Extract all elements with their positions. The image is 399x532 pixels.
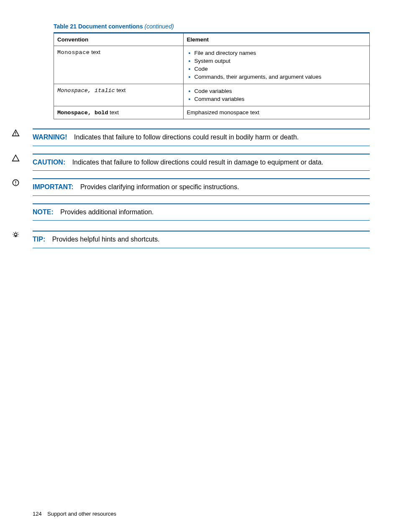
admonition-text: Provides clarifying information or speci… <box>80 183 239 190</box>
list-item: File and directory names <box>194 49 366 57</box>
mono-italic-text: Monospace, italic <box>57 87 115 94</box>
list-item: System output <box>194 57 366 65</box>
conventions-table: Convention Element Monospace text File a… <box>54 32 370 119</box>
admonition-label: CAUTION: <box>33 159 65 166</box>
admonition-tip: TIP: Provides helpful hints and shortcut… <box>12 227 370 252</box>
warning-triangle-icon <box>12 154 20 164</box>
cell-element: File and directory names System output C… <box>183 46 369 84</box>
svg-point-1 <box>15 134 16 135</box>
svg-line-7 <box>13 233 14 233</box>
cell-element: Code variables Command variables <box>183 84 369 106</box>
admonition-important: IMPORTANT: Provides clarifying informati… <box>12 175 370 200</box>
admonition-text: Provides helpful hints and shortcuts. <box>52 236 160 243</box>
col-header-element: Element <box>183 33 369 46</box>
admonition-label: TIP: <box>33 236 45 243</box>
cell-convention: Monospace, bold text <box>54 106 184 119</box>
cell-convention: Monospace, italic text <box>54 84 184 106</box>
circle-exclamation-icon <box>12 179 20 188</box>
svg-line-8 <box>18 233 18 233</box>
element-list: Code variables Command variables <box>187 87 366 103</box>
list-item: Command variables <box>194 95 366 103</box>
list-item: Commands, their arguments, and argument … <box>194 73 366 81</box>
svg-point-5 <box>14 233 17 236</box>
admonition-caution: CAUTION: Indicates that failure to follo… <box>12 150 370 175</box>
caption-suffix: (continued) <box>145 23 174 30</box>
warning-bang-icon <box>12 129 20 139</box>
tip-bulb-icon <box>12 231 20 241</box>
plain-text: text <box>115 87 126 93</box>
admonition-label: IMPORTANT: <box>33 183 73 190</box>
cell-convention: Monospace text <box>54 46 184 84</box>
svg-line-11 <box>13 236 14 236</box>
mono-bold-text: Monospace, bold <box>57 110 108 116</box>
col-header-convention: Convention <box>54 33 184 46</box>
footer-section: Support and other resources <box>47 511 116 517</box>
svg-point-4 <box>15 184 16 185</box>
table-row: Monospace, bold text Emphasized monospac… <box>54 106 370 119</box>
admonition-note: NOTE: Provides additional information. <box>12 200 370 225</box>
mono-text: Monospace <box>57 49 90 56</box>
plain-text: text <box>108 109 119 116</box>
table-header-row: Convention Element <box>54 33 370 46</box>
admonition-text: Provides additional information. <box>60 208 153 216</box>
element-list: File and directory names System output C… <box>187 49 366 81</box>
admonition-label: NOTE: <box>33 208 54 216</box>
table-row: Monospace text File and directory names … <box>54 46 370 84</box>
plain-text: text <box>90 49 100 55</box>
list-item: Code variables <box>194 87 366 95</box>
list-item: Code <box>194 65 366 73</box>
caption-prefix: Table 21 Document conventions <box>54 23 143 30</box>
admonition-text: Indicates that failure to follow directi… <box>72 159 323 166</box>
admonition-text: Indicates that failure to follow directi… <box>74 134 299 141</box>
page-number: 124 <box>33 511 42 517</box>
table-caption: Table 21 Document conventions (continued… <box>54 23 370 30</box>
admonition-label: WARNING! <box>33 134 67 141</box>
svg-line-12 <box>18 236 18 236</box>
admonition-warning: WARNING! Indicates that failure to follo… <box>12 125 370 150</box>
table-row: Monospace, italic text Code variables Co… <box>54 84 370 106</box>
page-footer: 124 Support and other resources <box>33 511 116 517</box>
cell-element: Emphasized monospace text <box>183 106 369 119</box>
